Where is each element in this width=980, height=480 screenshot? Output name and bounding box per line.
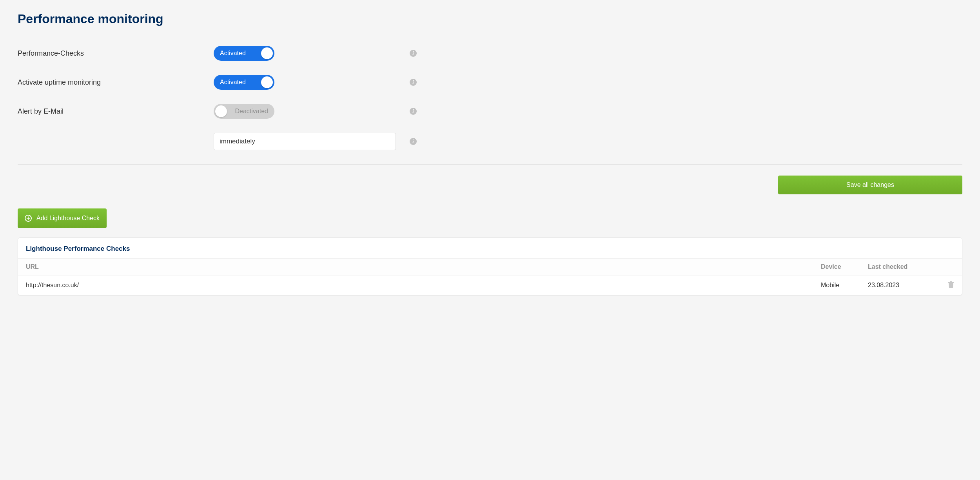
uptime-monitoring-label: Activate uptime monitoring — [18, 78, 214, 87]
save-button[interactable]: Save all changes — [778, 176, 962, 194]
info-icon[interactable]: i — [410, 50, 417, 57]
plus-circle-icon: + — [25, 215, 32, 222]
performance-checks-toggle[interactable]: Activated — [214, 46, 274, 61]
add-check-label: Add Lighthouse Check — [36, 215, 100, 222]
alert-email-label: Alert by E-Mail — [18, 107, 214, 116]
toggle-knob — [215, 105, 227, 117]
col-header-device: Device — [813, 259, 860, 275]
trash-icon[interactable] — [948, 281, 954, 288]
info-icon[interactable]: i — [410, 108, 417, 115]
alert-frequency-select[interactable] — [214, 133, 396, 150]
toggle-knob — [261, 76, 273, 88]
cell-device: Mobile — [813, 275, 860, 295]
col-header-last-checked: Last checked — [860, 259, 938, 275]
lighthouse-checks-table: URL Device Last checked http://thesun.co… — [18, 258, 962, 295]
page-title: Performance monitoring — [18, 12, 962, 26]
divider — [18, 164, 962, 165]
toggle-state-label: Activated — [220, 79, 246, 86]
performance-checks-label: Performance-Checks — [18, 49, 214, 58]
col-header-url: URL — [18, 259, 813, 275]
add-lighthouse-check-button[interactable]: + Add Lighthouse Check — [18, 208, 107, 228]
uptime-monitoring-toggle[interactable]: Activated — [214, 75, 274, 90]
info-icon[interactable]: i — [410, 79, 417, 86]
alert-email-toggle[interactable]: Deactivated — [214, 104, 274, 119]
cell-url: http://thesun.co.uk/ — [18, 275, 813, 295]
cell-last-checked: 23.08.2023 — [860, 275, 938, 295]
panel-title: Lighthouse Performance Checks — [18, 238, 962, 258]
toggle-state-label: Deactivated — [235, 108, 269, 115]
toggle-knob — [261, 47, 273, 59]
lighthouse-checks-panel: Lighthouse Performance Checks URL Device… — [18, 237, 962, 295]
table-row[interactable]: http://thesun.co.uk/ Mobile 23.08.2023 — [18, 275, 962, 295]
info-icon[interactable]: i — [410, 138, 417, 145]
toggle-state-label: Activated — [220, 50, 246, 57]
